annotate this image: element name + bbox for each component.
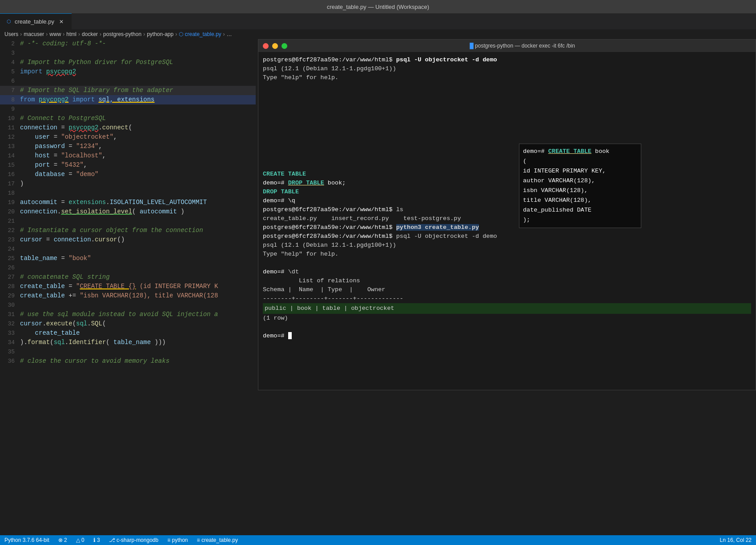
terminal-line: postgres@6fcf287aa59e:/var/www/html$ psq… <box>263 56 751 64</box>
code-line-26: 26 <box>0 263 256 272</box>
terminal-line: CREATE TABLE <box>263 170 751 179</box>
code-line-20: 20 connection.set_isolation_level( autoc… <box>0 207 256 216</box>
code-line-34: 34 ).format(sql.Identifier( table_name )… <box>0 338 256 347</box>
code-line-13: 13 password = "1234", <box>0 142 256 151</box>
terminal-panel[interactable]: █ postgres-python — docker exec -it 6fc … <box>258 39 756 390</box>
terminal-line <box>263 259 751 268</box>
terminal-titlebar: █ postgres-python — docker exec -it 6fc … <box>258 40 756 52</box>
breadcrumb: Users › macuser › www › html › docker › … <box>0 29 756 39</box>
tab-label: create_table.py <box>15 18 54 25</box>
terminal-line: postgres@6fcf287aa59e:/var/www/html$ pyt… <box>263 223 751 232</box>
code-line-31: 31 # use the sql module instead to avoid… <box>0 310 256 319</box>
code-line-12: 12 user = "objectrocket", <box>0 132 256 142</box>
terminal-line: DROP TABLE <box>263 188 751 196</box>
code-line-6: 6 <box>0 76 256 86</box>
code-line-32: 32 cursor.execute(sql.SQL( <box>0 319 256 329</box>
title-bar: create_table.py — Untitled (Workspace) <box>0 0 756 13</box>
code-line-36: 36 # close the cursor to avoid memory le… <box>0 357 256 366</box>
terminal-line <box>263 323 751 332</box>
terminal-line: demo=# \dt <box>263 268 751 277</box>
git-branch: ⎇ c-sharp-mongodb <box>109 537 158 543</box>
current-file: ≡ create_table.py <box>197 537 238 543</box>
code-line-18: 18 <box>0 188 256 198</box>
code-line-3: 3 <box>0 48 256 58</box>
tab-bar: ⬡ create_table.py ✕ <box>0 13 756 29</box>
code-line-28: 28 create_table = "CREATE TABLE {} (id I… <box>0 282 256 291</box>
terminal-line: demo=# DROP TABLE book; <box>263 179 751 188</box>
code-line-29: 29 create_table += "isbn VARCHAR(128), t… <box>0 291 256 301</box>
python-lang: ≡ python <box>167 537 188 543</box>
terminal-line: Type "help" for help. <box>263 250 751 259</box>
window-title: create_table.py — Untitled (Workspace) <box>327 4 429 10</box>
tab-close-button[interactable]: ✕ <box>58 18 65 25</box>
cursor-position: Ln 16, Col 22 <box>720 537 752 543</box>
terminal-prompt[interactable]: demo=# <box>263 332 751 341</box>
code-editor[interactable]: 2 # -*- coding: utf-8 -*- 3 4 # Import t… <box>0 39 256 535</box>
code-line-7: 7 # Import the SQL library from the adap… <box>0 86 256 95</box>
terminal-line: psql (12.1 (Debian 12.1-1.pgdg100+1)) <box>263 241 751 250</box>
code-line-22: 22 # Instantiate a cursor object from th… <box>0 226 256 235</box>
code-line-33: 33 create_table <box>0 329 256 338</box>
terminal-line: (1 row) <box>263 314 751 323</box>
status-bar: Python 3.7.6 64-bit ⊗ 2 △ 0 ℹ 3 ⎇ c-shar… <box>0 535 756 545</box>
code-line-11: 11 connection = psycopg2.connect( <box>0 123 256 132</box>
code-line-35: 35 <box>0 347 256 357</box>
traffic-light-green[interactable] <box>281 43 287 49</box>
code-line-5: 5 import psycopg2 <box>0 67 256 76</box>
terminal-relations: List of relations Schema | Name | Type |… <box>263 277 751 314</box>
code-line-24: 24 <box>0 244 256 254</box>
code-line-23: 23 cursor = connection.cursor() <box>0 235 256 244</box>
terminal-line: postgres@6fcf287aa59e:/var/www/html$ psq… <box>263 232 751 241</box>
code-line-4: 4 # Import the Python driver for Postgre… <box>0 58 256 67</box>
python-file-icon: ⬡ <box>7 19 11 24</box>
code-line-9: 9 <box>0 104 256 114</box>
code-line-17: 17 ) <box>0 179 256 188</box>
terminal-line: psql (12.1 (Debian 12.1-1.pgdg100+1)) <box>263 64 751 73</box>
code-line-19: 19 autocommit = extensions.ISOLATION_LEV… <box>0 198 256 207</box>
error-count: ⊗ 2 <box>58 537 67 543</box>
code-line-10: 10 # Connect to PostgreSQL <box>0 114 256 123</box>
code-line-27: 27 # concatenate SQL string <box>0 272 256 282</box>
terminal-line: create_table.py insert_record.py test-po… <box>263 214 751 223</box>
main-area: 2 # -*- coding: utf-8 -*- 3 4 # Import t… <box>0 39 756 535</box>
terminal-line: demo=# \q <box>263 196 751 205</box>
traffic-light-red[interactable] <box>263 43 269 49</box>
traffic-light-yellow[interactable] <box>272 43 278 49</box>
terminal-line <box>263 82 751 91</box>
code-line-14: 14 host = "localhost", <box>0 151 256 160</box>
terminal-line: Type "help" for help. <box>263 73 751 82</box>
code-line-16: 16 database = "demo" <box>0 170 256 179</box>
sql-popup: demo=# CREATE TABLE book ( id INTEGER PR… <box>519 144 641 228</box>
code-line-2: 2 # -*- coding: utf-8 -*- <box>0 39 256 48</box>
warning-count: △ 0 <box>76 537 84 543</box>
terminal-title: █ postgres-python — docker exec -it 6fc … <box>294 43 751 49</box>
terminal-body[interactable]: postgres@6fcf287aa59e:/var/www/html$ psq… <box>258 52 756 390</box>
tab-create-table[interactable]: ⬡ create_table.py ✕ <box>0 13 72 29</box>
code-line-25: 25 table_name = "book" <box>0 254 256 263</box>
code-line-15: 15 port = "5432", <box>0 160 256 170</box>
code-line-8: 8 from psycopg2 import sql, extensions <box>0 95 256 104</box>
code-line-30: 30 <box>0 301 256 310</box>
code-line-21: 21 <box>0 216 256 226</box>
python-version[interactable]: Python 3.7.6 64-bit <box>4 537 49 543</box>
info-count: ℹ 3 <box>93 537 100 543</box>
terminal-line: postgres@6fcf287aa59e:/var/www/html$ ls <box>263 205 751 214</box>
